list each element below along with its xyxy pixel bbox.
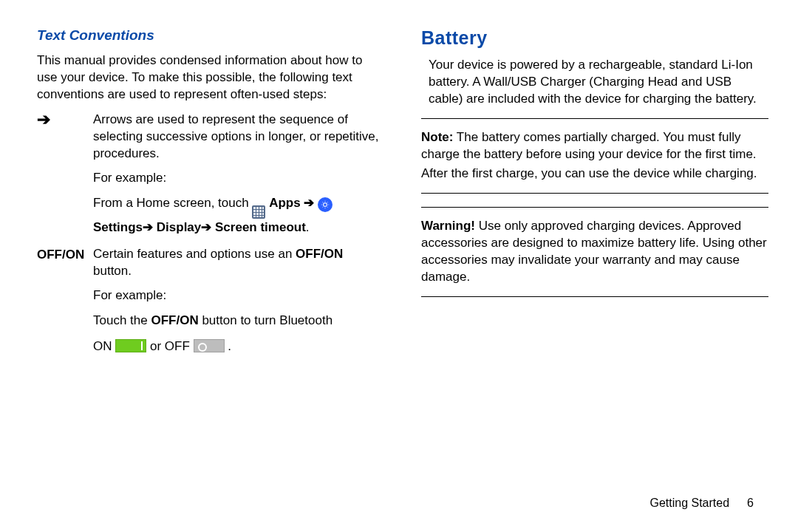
note-body2: After the first charge, you can use the … bbox=[421, 166, 768, 183]
or-label: or OFF bbox=[146, 339, 193, 353]
manual-page: Text Conventions This manual provides co… bbox=[0, 0, 798, 532]
svg-point-0 bbox=[324, 203, 327, 207]
divider-4 bbox=[421, 296, 768, 297]
on-label: ON bbox=[93, 339, 115, 353]
toggle-off-icon bbox=[194, 339, 225, 352]
note-line: Note: The battery comes partially charge… bbox=[421, 129, 768, 163]
text-conventions-heading: Text Conventions bbox=[37, 26, 384, 45]
arrow-ex-part1: From a Home screen, touch bbox=[93, 196, 252, 210]
offon-example-line1: Touch the OFF/ON button to turn Bluetoot… bbox=[93, 312, 384, 330]
offon-example-line2: ON or OFF . bbox=[93, 338, 384, 356]
note-label: Note: bbox=[421, 130, 453, 144]
battery-intro: Your device is powered by a rechargeable… bbox=[429, 57, 768, 108]
battery-heading: Battery bbox=[421, 26, 768, 51]
offon-desc-b: OFF/ON bbox=[296, 247, 343, 261]
settings-label: Settings bbox=[93, 220, 143, 234]
arrow-sep1: ➔ bbox=[304, 196, 314, 210]
footer-section: Getting Started bbox=[649, 497, 729, 509]
warn-line: Warning! Use only approved charging devi… bbox=[421, 218, 768, 286]
divider-3 bbox=[421, 207, 768, 208]
offon-touch-b: OFF/ON bbox=[151, 313, 198, 327]
display-label: Display bbox=[157, 220, 201, 234]
offon-touch-a: Touch the bbox=[93, 313, 151, 327]
intro-text: This manual provides condensed informati… bbox=[37, 52, 384, 103]
arrow-sep2: ➔ bbox=[143, 220, 153, 234]
divider-2 bbox=[421, 193, 768, 194]
offon-description: Certain features and options use an OFF/… bbox=[93, 246, 384, 280]
arrow-sep3: ➔ bbox=[201, 220, 211, 234]
toggle-on-icon bbox=[115, 339, 146, 352]
offon-end: . bbox=[225, 339, 231, 353]
arrow-example-line: From a Home screen, touch Apps ➔ Setting… bbox=[93, 194, 384, 237]
offon-term: OFF/ON bbox=[37, 246, 93, 264]
page-footer: Getting Started6 bbox=[649, 497, 754, 510]
note-body: The battery comes partially charged. You… bbox=[421, 130, 757, 161]
warn-label: Warning! bbox=[421, 219, 475, 233]
arrow-icon: ➔ bbox=[37, 112, 93, 128]
footer-page-number: 6 bbox=[747, 497, 754, 509]
battery-warning: Warning! Use only approved charging devi… bbox=[421, 218, 768, 286]
battery-note: Note: The battery comes partially charge… bbox=[421, 129, 768, 183]
arrow-description: Arrows are used to represent the sequenc… bbox=[93, 112, 384, 163]
period: . bbox=[306, 220, 310, 234]
apps-icon bbox=[252, 205, 265, 219]
left-column: Text Conventions This manual provides co… bbox=[37, 26, 384, 510]
timeout-label: Screen timeout bbox=[215, 220, 306, 234]
offon-touch-c: button to turn Bluetooth bbox=[199, 313, 332, 327]
arrow-example-label: For example: bbox=[93, 170, 384, 187]
apps-label: Apps bbox=[269, 196, 304, 210]
right-column: Battery Your device is powered by a rech… bbox=[421, 26, 768, 510]
arrow-convention: ➔ Arrows are used to represent the seque… bbox=[37, 112, 384, 163]
offon-example-label: For example: bbox=[93, 287, 384, 304]
offon-desc-c: button. bbox=[93, 264, 132, 278]
divider-1 bbox=[421, 118, 768, 119]
settings-icon bbox=[318, 197, 332, 212]
offon-convention: OFF/ON Certain features and options use … bbox=[37, 246, 384, 280]
offon-desc-a: Certain features and options use an bbox=[93, 247, 296, 261]
